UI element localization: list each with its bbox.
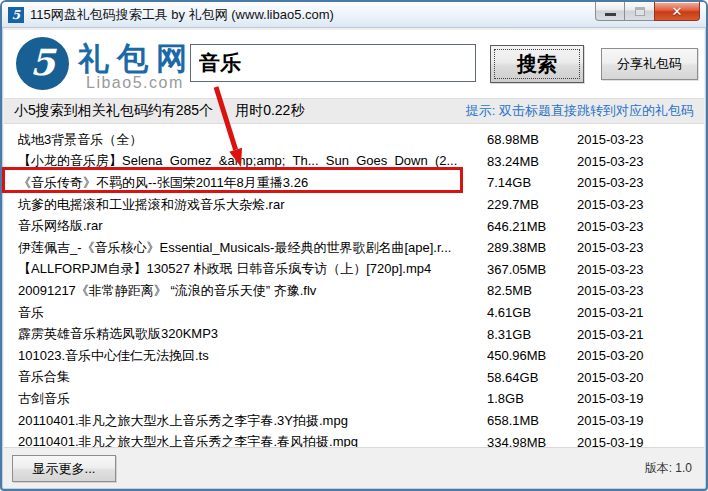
close-icon: ✕ <box>672 4 683 19</box>
app-window: 5 115网盘礼包码搜索工具 by 礼包网 (www.libao5.com) ✕… <box>0 0 708 491</box>
search-input[interactable] <box>190 44 476 82</box>
result-date: 2015-03-23 <box>577 132 687 147</box>
result-name: 古剑音乐 <box>4 390 487 408</box>
result-size: 82.5MB <box>487 283 577 298</box>
result-size: 68.98MB <box>487 132 577 147</box>
window-controls: ✕ <box>595 2 700 21</box>
maximize-icon <box>635 7 645 16</box>
show-more-button[interactable]: 显示更多... <box>12 455 116 482</box>
result-name: 20091217《非常静距离》 “流浪的音乐天使” 齐豫.flv <box>4 282 487 300</box>
result-name: 音乐网络版.rar <box>4 217 487 235</box>
result-name: 20110401.非凡之旅大型水上音乐秀之李宇春.3Y拍摄.mpg <box>4 412 487 430</box>
result-size: 450.96MB <box>487 348 577 363</box>
result-name: 伊莲佩吉_-《音乐核心》Essential_Musicals-最经典的世界歌剧名… <box>4 239 487 257</box>
table-row[interactable]: 伊莲佩吉_-《音乐核心》Essential_Musicals-最经典的世界歌剧名… <box>4 237 704 259</box>
results-list: 战地3背景音乐（全） 68.98MB 2015-03-23 【小龙的音乐房】Se… <box>4 124 704 449</box>
table-row[interactable]: 霹雳英雄音乐精选凤歌版320KMP3 8.31GB 2015-03-21 <box>4 323 704 345</box>
result-size: 58.64GB <box>487 370 577 385</box>
result-size: 83.24MB <box>487 154 577 169</box>
result-date: 2015-03-23 <box>577 197 687 212</box>
table-row[interactable]: 音乐合集 58.64GB 2015-03-20 <box>4 367 704 389</box>
result-name: 101023.音乐中心佳仁无法挽回.ts <box>4 347 487 365</box>
table-row[interactable]: 音乐 4.61GB 2015-03-21 <box>4 302 704 324</box>
table-row[interactable]: 战地3背景音乐（全） 68.98MB 2015-03-23 <box>4 129 704 151</box>
table-row[interactable]: 古剑音乐 1.8GB 2015-03-19 <box>4 388 704 410</box>
result-date: 2015-03-23 <box>577 240 687 255</box>
window-title: 115网盘礼包码搜索工具 by 礼包网 (www.libao5.com) <box>30 6 334 24</box>
window-frame: 5 115网盘礼包码搜索工具 by 礼包网 (www.libao5.com) ✕… <box>0 0 708 491</box>
maximize-button[interactable] <box>625 2 654 21</box>
result-name: 【ALLFORPJM自录】130527 朴政珉 日韩音乐疯专访（上）[720p]… <box>4 260 487 278</box>
logo-domain: Libao5.com <box>86 74 184 92</box>
result-date: 2015-03-20 <box>577 348 687 363</box>
table-row[interactable]: 【小龙的音乐房】Selena_Gomez_&amp;amp;_Th..._Sun… <box>4 151 704 173</box>
result-name: 霹雳英雄音乐精选凤歌版320KMP3 <box>4 325 487 343</box>
result-date: 2015-03-23 <box>577 262 687 277</box>
table-row[interactable]: 101023.音乐中心佳仁无法挽回.ts 450.96MB 2015-03-20 <box>4 345 704 367</box>
table-row[interactable]: 【ALLFORPJM自录】130527 朴政珉 日韩音乐疯专访（上）[720p]… <box>4 259 704 281</box>
app-icon: 5 <box>8 7 24 23</box>
search-button[interactable]: 搜索 <box>490 45 584 83</box>
result-size: 289.38MB <box>487 240 577 255</box>
result-name: 音乐合集 <box>4 368 487 386</box>
hint-text: 提示: 双击标题直接跳转到对应的礼包码 <box>466 102 694 120</box>
result-size: 1.8GB <box>487 391 577 406</box>
result-date: 2015-03-23 <box>577 283 687 298</box>
result-size: 8.31GB <box>487 327 577 342</box>
result-date: 2015-03-21 <box>577 305 687 320</box>
result-size: 229.7MB <box>487 197 577 212</box>
result-size: 367.05MB <box>487 262 577 277</box>
footer: 显示更多... 版本: 1.0 <box>4 447 704 487</box>
table-row[interactable]: 《音乐传奇》不羁的风--张国荣2011年8月重播3.26 7.14GB 2015… <box>4 172 704 194</box>
logo-badge: 5 <box>16 37 69 90</box>
result-date: 2015-03-23 <box>577 154 687 169</box>
table-row[interactable]: 坑爹的电摇滚和工业摇滚和游戏音乐大杂烩.rar 229.7MB 2015-03-… <box>4 194 704 216</box>
result-date: 2015-03-19 <box>577 413 687 428</box>
table-row[interactable]: 20091217《非常静距离》 “流浪的音乐天使” 齐豫.flv 82.5MB … <box>4 280 704 302</box>
share-code-button[interactable]: 分享礼包码 <box>601 48 698 80</box>
status-bar: 小5搜索到相关礼包码约有285个 用时0.22秒 提示: 双击标题直接跳转到对应… <box>4 98 704 124</box>
minimize-button[interactable] <box>595 2 625 21</box>
result-name: 坑爹的电摇滚和工业摇滚和游戏音乐大杂烩.rar <box>4 196 487 214</box>
close-button[interactable]: ✕ <box>654 2 700 21</box>
result-date: 2015-03-21 <box>577 327 687 342</box>
result-date: 2015-03-20 <box>577 370 687 385</box>
result-date: 2015-03-23 <box>577 219 687 234</box>
result-name: 《音乐传奇》不羁的风--张国荣2011年8月重播3.26 <box>4 174 487 192</box>
result-size: 646.21MB <box>487 219 577 234</box>
version-label: 版本: 1.0 <box>645 460 692 477</box>
result-date: 2015-03-19 <box>577 391 687 406</box>
elapsed-time-text: 用时0.22秒 <box>235 102 304 120</box>
status-summary: 小5搜索到相关礼包码约有285个 用时0.22秒 <box>14 102 304 120</box>
result-name: 战地3背景音乐（全） <box>4 131 487 149</box>
result-date: 2015-03-23 <box>577 175 687 190</box>
result-size: 4.61GB <box>487 305 577 320</box>
table-row[interactable]: 音乐网络版.rar 646.21MB 2015-03-23 <box>4 215 704 237</box>
result-size: 658.1MB <box>487 413 577 428</box>
result-name: 音乐 <box>4 304 487 322</box>
minimize-icon <box>605 13 616 16</box>
result-size: 7.14GB <box>487 175 577 190</box>
table-row[interactable]: 20110401.非凡之旅大型水上音乐秀之李宇春.3Y拍摄.mpg 658.1M… <box>4 410 704 432</box>
result-count-text: 小5搜索到相关礼包码约有285个 <box>14 102 213 120</box>
header: 5 礼包网 Libao5.com 搜索 分享礼包码 <box>4 30 704 98</box>
result-name: 【小龙的音乐房】Selena_Gomez_&amp;amp;_Th..._Sun… <box>4 152 487 170</box>
